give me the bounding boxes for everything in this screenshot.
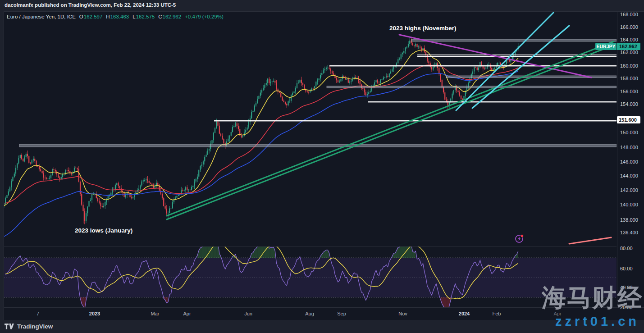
price-tick-label: 162.000 xyxy=(620,49,638,55)
publish-info-text: dacolmanfx published on TradingView.com,… xyxy=(5,2,176,8)
last-price-badge-symbol: EURJPY xyxy=(595,43,617,50)
symbol-legend: Euro / Japanese Yen, 1D, ICE O162.597 H1… xyxy=(7,14,224,19)
watermark-cn: 海马财经 xyxy=(542,286,643,310)
price-tick-label: 150.000 xyxy=(620,129,638,136)
tradingview-brand[interactable]: TradingView xyxy=(17,323,53,330)
time-tick-label: Apr xyxy=(183,311,191,316)
lightning-circle-icon xyxy=(514,233,525,244)
time-tick-label: Sep xyxy=(337,311,346,316)
price-axis[interactable]: 168.000166.000164.000162.000160.000158.0… xyxy=(617,12,644,307)
steep-support-cyan-1 xyxy=(456,13,553,110)
price-tick-label: 156.000 xyxy=(620,88,638,95)
ohlc-open: O162.597 xyxy=(79,14,103,19)
time-tick-label: Nov xyxy=(398,311,407,316)
price-tick-label: 140.000 xyxy=(620,201,638,208)
price-tick-label: 136.400 xyxy=(620,229,638,236)
price-tick-label: 144.000 xyxy=(620,173,638,179)
last-price-badge-value: 162.962 xyxy=(617,43,640,50)
ohlc-low: L162.575 xyxy=(132,14,155,19)
time-tick-label: 7 xyxy=(37,311,39,316)
level-price-label: 151.600 xyxy=(617,116,640,123)
time-tick-label: Mar xyxy=(151,311,160,316)
slow-ma-blue xyxy=(4,71,518,237)
price-tick-label: 148.000 xyxy=(620,144,638,151)
ohlc-high: H163.463 xyxy=(106,14,129,19)
flash-idea-icon[interactable] xyxy=(514,233,525,244)
ascending-channel-upper-green xyxy=(167,41,614,216)
time-tick-label: Jun xyxy=(244,311,252,316)
price-tick-label: 154.000 xyxy=(620,101,638,107)
price-tick-label: 164.000 xyxy=(620,36,638,43)
chart-canvas[interactable] xyxy=(0,12,617,307)
annotation-2023-highs: 2023 highs (November) xyxy=(389,25,457,32)
change-text: +0.479 (+0.29%) xyxy=(185,14,224,19)
drawings-layer xyxy=(19,13,617,244)
price-tick-label: 158.000 xyxy=(620,75,638,82)
price-tick-label: 138.000 xyxy=(620,217,638,223)
footer-bar: TradingView xyxy=(0,320,644,333)
time-tick-label: Aug xyxy=(305,311,314,316)
time-tick-label: Feb xyxy=(493,311,501,316)
symbol-title: Euro / Japanese Yen, 1D, ICE xyxy=(7,14,76,19)
price-tick-label: 60.00 xyxy=(620,265,633,272)
price-tick-label: 80.00 xyxy=(620,245,633,251)
ohlc-close: C162.962 xyxy=(158,14,181,19)
price-tick-label: 160.000 xyxy=(620,63,638,69)
price-tick-label: 146.000 xyxy=(620,159,638,165)
price-tick-label: 142.000 xyxy=(620,187,638,193)
time-tick-label: 2024 xyxy=(459,311,470,316)
projection-pink xyxy=(569,237,611,244)
publish-info-bar: dacolmanfx published on TradingView.com,… xyxy=(0,0,644,11)
steep-support-cyan-2 xyxy=(472,26,569,108)
price-tick-label: 168.000 xyxy=(620,11,638,18)
watermark-url: zzrt01.cn xyxy=(555,315,639,328)
ascending-channel-lower-green xyxy=(167,45,614,219)
rsi-panel xyxy=(4,235,617,307)
published-chart-page: dacolmanfx published on TradingView.com,… xyxy=(0,0,644,333)
annotation-2023-lows: 2023 lows (January) xyxy=(75,227,132,234)
tradingview-logo-icon xyxy=(5,324,14,329)
price-tick-label: 166.000 xyxy=(620,24,638,30)
time-tick-label: 2023 xyxy=(89,311,100,316)
